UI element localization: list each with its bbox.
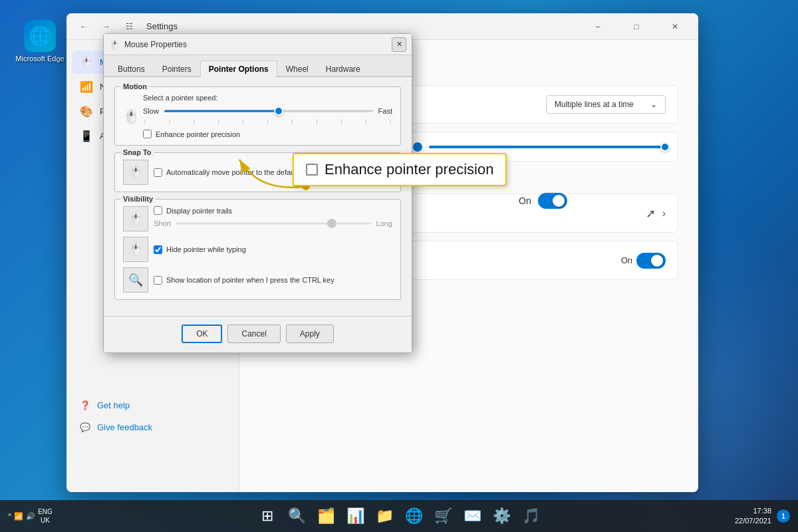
maximize-button[interactable]: □	[621, 16, 652, 37]
taskbar-widgets[interactable]: 📊	[342, 503, 368, 529]
on-toggle[interactable]	[636, 253, 666, 269]
taskbar-store[interactable]: 🛒	[430, 503, 456, 529]
trails-thumb	[327, 219, 336, 228]
speed-row: Slow Fast	[143, 104, 392, 118]
callout-box: Enhance pointer precision	[293, 153, 507, 186]
display-trails-label: Display pointer trails	[166, 207, 232, 215]
status-toggle[interactable]	[538, 193, 567, 209]
network-icon: 📶	[80, 80, 93, 93]
taskbar-left: ^ 📶 🔊 ENG UK	[8, 507, 53, 525]
trails-slider-row: Short Long	[154, 217, 392, 229]
taskbar-settings[interactable]: ⚙️	[488, 503, 515, 529]
snap-to-checkbox[interactable]	[154, 168, 162, 177]
notification-badge[interactable]: 1	[777, 509, 790, 523]
on-toggle-container: On	[621, 253, 666, 269]
language-indicator: ENG UK	[38, 507, 53, 525]
taskbar: ^ 📶 🔊 ENG UK ⊞ 🔍 🗂️ 📊 📁 🌐 🛒 ✉️ ⚙️ 🎵 17:3…	[0, 500, 798, 532]
get-help-label: Get help	[97, 400, 130, 410]
help-icon: ❓	[80, 400, 90, 410]
taskbar-mail[interactable]: ✉️	[459, 503, 485, 529]
hide-typing-checkbox[interactable]	[154, 245, 162, 254]
tab-pointers[interactable]: Pointers	[154, 61, 200, 77]
motion-inner: 🖱️ Select a pointer speed: Slow Fast	[123, 94, 392, 138]
on-label: On	[621, 255, 632, 265]
feedback-icon: 💬	[80, 422, 90, 432]
fast-label: Fast	[378, 107, 392, 115]
tab-hardware[interactable]: Hardware	[317, 61, 369, 77]
settings-title: Settings	[146, 21, 575, 31]
back-button[interactable]: ←	[74, 17, 93, 36]
dialog-tabs: Buttons Pointers Pointer Options Wheel H…	[104, 55, 412, 77]
mouse-dialog: 🖱️ Mouse Properties ✕ Buttons Pointers P…	[103, 33, 412, 353]
cancel-button[interactable]: Cancel	[227, 325, 280, 343]
desktop-icon-edge[interactable]: 🌐 Microsoft Edge	[13, 20, 66, 63]
trails-slider[interactable]	[176, 217, 370, 229]
edge-icon-label: Microsoft Edge	[15, 55, 64, 63]
external-link-icon[interactable]: ➚	[646, 206, 656, 221]
close-button[interactable]: ✕	[660, 16, 690, 37]
hide-typing-row: Hide pointer while typing	[154, 245, 246, 254]
typing-icon: 🖱️	[123, 237, 148, 262]
tray-chevron[interactable]: ^	[8, 512, 11, 520]
apply-button[interactable]: Apply	[286, 325, 334, 343]
slow-label: Slow	[143, 107, 159, 115]
on-status-label: On	[519, 196, 531, 206]
minimize-button[interactable]: –	[583, 16, 613, 37]
taskbar-time[interactable]: 17:38 22/07/2021	[735, 506, 771, 527]
show-location-label: Show location of pointer when I press th…	[166, 276, 334, 284]
speed-slider[interactable]	[164, 104, 373, 118]
dialog-buttons: OK Cancel Apply	[104, 316, 412, 352]
time-display: 17:38	[735, 506, 771, 516]
visibility-section-label: Visibility	[120, 195, 156, 203]
taskbar-edge[interactable]: 🌐	[400, 503, 427, 529]
speed-label: Select a pointer speed:	[143, 94, 392, 102]
speed-thumb[interactable]	[274, 106, 283, 116]
taskbar-right: 17:38 22/07/2021 1	[735, 506, 790, 527]
slider-dot-left	[413, 142, 422, 152]
apps-icon: 📱	[80, 130, 93, 142]
speed-track	[164, 110, 373, 112]
callout-text: Enhance pointer precision	[325, 161, 493, 178]
chevron-right-icon[interactable]: ›	[662, 207, 666, 219]
bluetooth-icon: 🖱️	[80, 56, 93, 68]
slider-thumb[interactable]	[660, 142, 670, 152]
dialog-close-button[interactable]: ✕	[392, 37, 406, 52]
taskbar-taskview[interactable]: 🗂️	[313, 503, 339, 529]
scroll-dropdown-value: Multiple lines at a time	[555, 100, 634, 109]
ok-button[interactable]: OK	[182, 325, 222, 343]
tray-volume-icon: 🔊	[26, 512, 35, 521]
desktop: 🌐 Microsoft Edge ← → ☷ Settings – □ ✕ 🖱️…	[0, 0, 798, 532]
trails-checkbox-row: Display pointer trails	[154, 206, 392, 215]
enhance-precision-label: Enhance pointer precision	[156, 130, 240, 138]
taskbar-center: ⊞ 🔍 🗂️ 📊 📁 🌐 🛒 ✉️ ⚙️ 🎵	[254, 503, 544, 529]
tab-pointer-options[interactable]: Pointer Options	[200, 61, 277, 77]
motion-section: Motion 🖱️ Select a pointer speed: Slow F…	[114, 86, 401, 146]
enhance-precision-checkbox[interactable]	[143, 130, 152, 138]
cursor-speed-slider[interactable]	[429, 146, 666, 148]
get-help-item[interactable]: ❓ Get help	[72, 395, 693, 416]
taskbar-music[interactable]: 🎵	[517, 503, 544, 529]
snap-to-label: Snap To	[120, 148, 154, 156]
on-status-overlay: On	[519, 193, 567, 209]
scroll-dropdown[interactable]: Multiple lines at a time ⌄	[546, 95, 666, 114]
visibility-section: Visibility 🖱️ Display pointer trails Sho…	[114, 199, 401, 300]
show-location-row: Show location of pointer when I press th…	[154, 276, 334, 285]
motion-section-label: Motion	[120, 82, 150, 90]
callout-checkbox	[306, 164, 318, 176]
location-icon: 🔍	[123, 267, 148, 293]
chevron-down-icon: ⌄	[650, 100, 657, 109]
system-tray: ^ 📶 🔊	[8, 512, 35, 521]
enhance-precision-row: Enhance pointer precision	[143, 130, 392, 138]
taskbar-start[interactable]: ⊞	[254, 503, 281, 529]
tab-buttons[interactable]: Buttons	[109, 61, 154, 77]
taskbar-chat[interactable]: 📁	[371, 503, 398, 529]
tab-wheel[interactable]: Wheel	[277, 61, 317, 77]
snap-icon: 🖱️	[123, 160, 148, 185]
tray-network-icon: 📶	[14, 512, 23, 521]
show-location-checkbox[interactable]	[154, 276, 162, 285]
give-feedback-item[interactable]: 💬 Give feedback	[72, 417, 693, 438]
display-trails-checkbox[interactable]	[154, 206, 162, 215]
toggle-knob	[651, 255, 663, 267]
taskbar-search[interactable]: 🔍	[283, 503, 310, 529]
short-label: Short	[154, 219, 171, 227]
